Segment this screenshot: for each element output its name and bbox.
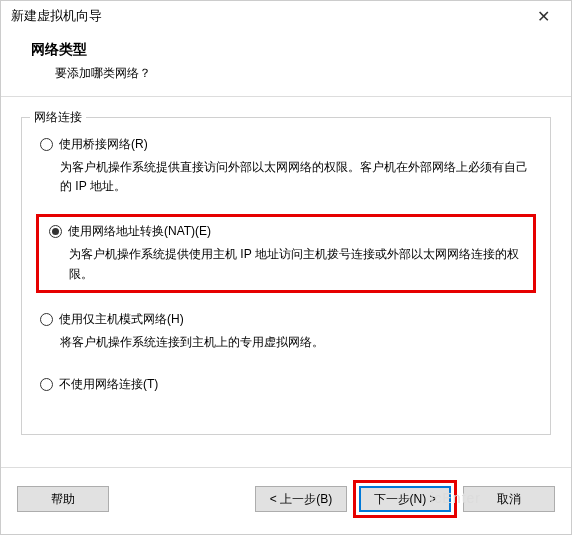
radio-bridged[interactable] [40,138,53,151]
help-button[interactable]: 帮助 [17,486,109,512]
option-none-label: 不使用网络连接(T) [59,376,158,393]
next-button[interactable]: 下一步(N) > [359,486,451,512]
option-none[interactable]: 不使用网络连接(T) [36,376,536,393]
close-icon: ✕ [537,7,550,26]
wizard-window: 新建虚拟机向导 ✕ 网络类型 要添加哪类网络？ 网络连接 使用桥接网络(R) 为… [0,0,572,535]
option-nat-label: 使用网络地址转换(NAT)(E) [68,223,211,240]
option-hostonly[interactable]: 使用仅主机模式网络(H) 将客户机操作系统连接到主机上的专用虚拟网络。 [36,311,536,352]
cancel-button[interactable]: 取消 [463,486,555,512]
network-groupbox: 网络连接 使用桥接网络(R) 为客户机操作系统提供直接访问外部以太网网络的权限。… [21,117,551,435]
option-nat-desc: 为客户机操作系统提供使用主机 IP 地址访问主机拨号连接或外部以太网网络连接的权… [49,245,527,283]
option-hostonly-desc: 将客户机操作系统连接到主机上的专用虚拟网络。 [40,333,536,352]
group-legend: 网络连接 [30,109,86,126]
radio-none[interactable] [40,378,53,391]
option-bridged[interactable]: 使用桥接网络(R) 为客户机操作系统提供直接访问外部以太网网络的权限。客户机在外… [36,136,536,196]
content-area: 网络连接 使用桥接网络(R) 为客户机操作系统提供直接访问外部以太网网络的权限。… [1,97,571,467]
radio-nat[interactable] [49,225,62,238]
close-button[interactable]: ✕ [523,3,563,29]
back-button[interactable]: < 上一步(B) [255,486,347,512]
page-title: 网络类型 [31,41,551,59]
option-bridged-label: 使用桥接网络(R) [59,136,148,153]
option-hostonly-label: 使用仅主机模式网络(H) [59,311,184,328]
wizard-header: 网络类型 要添加哪类网络？ [1,31,571,97]
radio-hostonly[interactable] [40,313,53,326]
option-bridged-desc: 为客户机操作系统提供直接访问外部以太网网络的权限。客户机在外部网络上必须有自己的… [40,158,536,196]
footer: 帮助 < 上一步(B) 下一步(N) > 取消 [1,467,571,534]
option-nat[interactable]: 使用网络地址转换(NAT)(E) 为客户机操作系统提供使用主机 IP 地址访问主… [45,223,527,283]
titlebar: 新建虚拟机向导 ✕ [1,1,571,31]
highlight-next: 下一步(N) > [353,480,457,518]
window-title: 新建虚拟机向导 [11,7,102,25]
highlight-selected: 使用网络地址转换(NAT)(E) 为客户机操作系统提供使用主机 IP 地址访问主… [36,214,536,292]
page-subtitle: 要添加哪类网络？ [31,65,551,82]
